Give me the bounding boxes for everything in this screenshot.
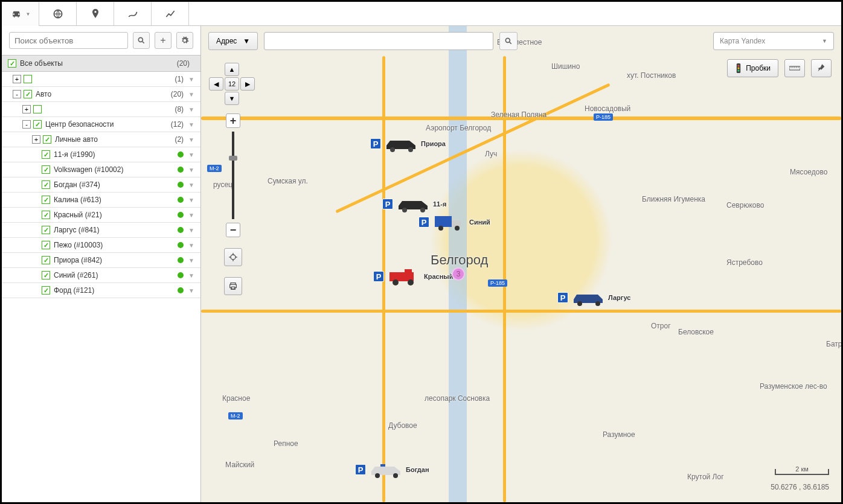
checkbox[interactable] [43,135,51,144]
vehicle-marker[interactable]: PСиний [418,213,490,231]
expander[interactable]: - [22,120,31,129]
city-label: Репное [274,439,298,448]
chevron-down-icon[interactable]: ▼ [188,167,194,173]
checkbox[interactable] [24,90,32,98]
checkbox[interactable] [33,105,42,113]
chevron-down-icon[interactable]: ▼ [188,136,194,143]
nav-right[interactable]: ▶ [240,77,255,91]
cluster-marker[interactable]: 3 [452,267,465,281]
checkbox[interactable] [42,180,50,189]
vehicle-marker[interactable]: PПриора [370,135,446,153]
status-dot [178,212,184,218]
checkbox[interactable] [42,256,50,264]
chevron-down-icon[interactable]: ▼ [188,287,194,294]
tree-row[interactable]: Калина (#613)▼ [2,193,200,208]
checkbox[interactable] [42,211,50,219]
tree-row[interactable]: Volkswagen (#10002)▼ [2,162,200,177]
settings-button[interactable] [176,32,193,49]
zoom-track[interactable] [232,132,234,219]
chevron-down-icon: ▼ [822,38,827,44]
tree-row[interactable]: Пежо (#10003)▼ [2,238,200,253]
chevron-down-icon[interactable]: ▼ [188,257,194,264]
expander[interactable]: + [32,135,40,144]
checkbox[interactable] [42,226,50,234]
ruler-button[interactable] [784,59,805,77]
tab-places[interactable] [77,2,114,26]
chevron-down-icon[interactable]: ▼ [188,76,194,83]
nav-up[interactable]: ▲ [225,63,239,76]
status-dot [178,182,184,188]
tree-row[interactable]: Ларгус (#841)▼ [2,223,200,238]
chevron-down-icon[interactable]: ▼ [188,272,194,279]
zoom-out[interactable]: − [226,223,240,237]
tree-row[interactable]: 11-я (#1990)▼ [2,147,200,162]
tree-row[interactable]: Форд (#121)▼ [2,283,200,298]
checkbox[interactable] [33,120,42,129]
all-objects-row[interactable]: Все объекты (20) [2,55,200,72]
tree-row[interactable]: +(8)▼ [2,102,200,117]
search-input[interactable] [9,32,128,49]
tree-row[interactable]: -Авто(20)▼ [2,87,200,102]
tree-row[interactable]: +(1)▼ [2,72,200,87]
print-button[interactable] [224,277,242,295]
tab-routes[interactable] [114,2,152,26]
locate-button[interactable] [224,248,242,266]
checkbox[interactable] [42,196,50,204]
zoom-in[interactable]: + [226,113,240,128]
add-button[interactable]: + [155,32,171,49]
city-label: Майский [225,461,254,469]
zoom-handle[interactable] [229,156,237,161]
tree-label: Пежо (#10003) [54,241,178,249]
chevron-down-icon[interactable]: ▼ [188,212,194,219]
address-mode-button[interactable]: Адрес ▼ [208,32,258,50]
checkbox[interactable] [42,241,50,249]
traffic-button[interactable]: Пробки [727,59,778,77]
chevron-down-icon[interactable]: ▼ [188,242,194,249]
city-label: лесопарк Сосновка [425,394,490,403]
search-button[interactable] [133,32,150,49]
tab-vehicles[interactable]: ▼ [2,2,39,26]
tree-count: (8) [175,105,184,113]
checkbox[interactable] [24,75,32,83]
chevron-down-icon[interactable]: ▼ [188,152,194,158]
tree-row[interactable]: -Центр безопасности(12)▼ [2,117,200,132]
nav-down[interactable]: ▼ [225,92,239,105]
tree-row[interactable]: Красный (#21)▼ [2,208,200,223]
checkbox[interactable] [42,150,50,159]
svg-point-4 [402,208,407,212]
road-badge: Р-185 [594,113,613,121]
tree-count: (2) [175,135,184,144]
tree-row[interactable]: +Личные авто(2)▼ [2,132,200,147]
checkbox[interactable] [42,165,50,174]
search-row: + [2,26,200,55]
marker-label: Красный [424,273,453,280]
chevron-down-icon[interactable]: ▼ [188,197,194,203]
chevron-down-icon[interactable]: ▼ [188,106,194,113]
expander[interactable]: + [13,75,21,83]
maptype-select[interactable]: Карта Yandex ▼ [713,32,834,50]
expander[interactable]: + [22,105,31,113]
chevron-down-icon[interactable]: ▼ [188,91,194,98]
chevron-down-icon[interactable]: ▼ [188,182,194,188]
vehicle-marker[interactable]: PЛаргус [557,289,630,307]
chevron-down-icon[interactable]: ▼ [188,227,194,234]
vehicle-marker[interactable]: P11-я [382,195,446,213]
tree-row[interactable]: Приора (#842)▼ [2,253,200,268]
address-search-button[interactable] [499,32,518,50]
address-input[interactable] [264,32,493,50]
map[interactable]: СеверныйБеломестноеШишинохут. ПостниковН… [201,26,841,502]
nav-left[interactable]: ◀ [209,77,223,91]
tab-reports[interactable] [152,2,189,26]
vehicle-marker[interactable]: PБогдан [355,461,429,479]
checkbox[interactable] [42,286,50,295]
clear-button[interactable] [811,59,832,77]
tree-row[interactable]: Богдан (#374)▼ [2,177,200,193]
vehicle-marker[interactable]: PКрасный [373,267,453,285]
all-checkbox[interactable] [8,59,16,68]
expander[interactable]: - [13,90,21,98]
tab-zones[interactable] [39,2,77,26]
checkbox[interactable] [42,271,50,279]
chevron-down-icon[interactable]: ▼ [188,121,194,128]
tree-row[interactable]: Синий (#261)▼ [2,268,200,283]
parking-icon: P [557,292,568,303]
